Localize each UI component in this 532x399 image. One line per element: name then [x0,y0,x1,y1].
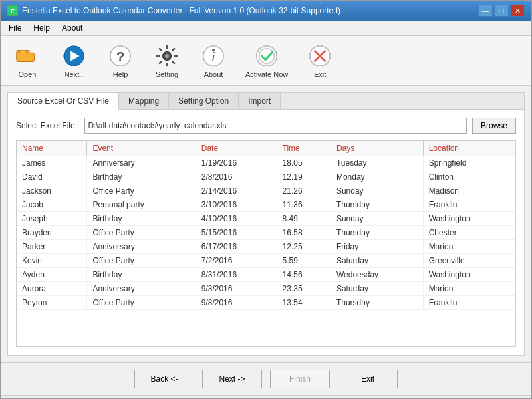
cell-0-3: 18.05 [277,156,331,170]
svg-text:?: ? [116,49,125,64]
cell-2-1: Office Party [87,184,196,198]
toolbar: Open Next.. ? Help [1,36,531,86]
col-date: Date [196,141,277,156]
bottom-bar: Back <- Next -> Finish Exit [1,362,531,395]
main-window: E Enstella Excel to Outlook Calendar Con… [0,0,532,399]
next-button[interactable]: Next -> [202,370,262,388]
cell-7-4: Saturday [331,254,423,268]
table-row: JacobPersonal party3/10/201611.36Thursda… [17,198,515,212]
cell-1-5: Clinton [423,170,515,184]
toolbar-help-button[interactable]: ? Help [100,40,140,81]
activate-icon [253,43,280,69]
cell-0-2: 1/19/2016 [196,156,277,170]
menu-bar: File Help About [1,21,531,36]
cell-8-3: 14.56 [277,268,331,282]
svg-line-15 [159,48,162,51]
tab-setting-option[interactable]: Setting Option [169,93,239,109]
toolbar-open-button[interactable]: Open [7,40,47,81]
cell-9-2: 9/3/2016 [196,282,277,296]
back-button[interactable]: Back <- [134,370,194,388]
toolbar-exit-button[interactable]: Exit [300,40,340,81]
col-location: Location [423,141,515,156]
col-name: Name [17,141,87,156]
activate-label: Activate Now [245,70,288,78]
tab-mapping[interactable]: Mapping [119,93,169,109]
toolbar-activate-button[interactable]: Activate Now [240,40,293,81]
table-row: JacksonOffice Party2/14/201621.26SundayM… [17,184,515,198]
setting-label: Setting [156,70,178,78]
cell-10-5: Franklin [423,296,515,310]
cell-3-5: Franklin [423,198,515,212]
table-row: ParkerAnniversary6/17/201612.25FridayMar… [17,240,515,254]
finish-button[interactable]: Finish [270,370,330,388]
maximize-button[interactable]: □ [494,5,509,17]
window-title: Enstella Excel to Outlook Calendar Conve… [22,6,340,15]
status-bar [1,395,531,398]
app-icon: E [7,5,18,16]
tab-import[interactable]: Import [239,93,281,109]
cell-3-0: Jacob [17,198,87,212]
cell-9-3: 23.35 [277,282,331,296]
about-icon: i [200,43,227,69]
table-scroll[interactable]: Name Event Date Time Days Location James… [17,141,515,346]
cell-9-0: Aurora [17,282,87,296]
cell-2-5: Madison [423,184,515,198]
title-controls: — □ ✕ [478,5,525,17]
minimize-button[interactable]: — [478,5,493,17]
file-path-input[interactable] [84,118,467,134]
toolbar-next-button[interactable]: Next.. [54,40,94,81]
cell-10-0: Peyton [17,296,87,310]
file-select-row: Select Excel File : Browse [16,118,516,134]
cell-4-4: Sunday [331,212,423,226]
table-row: BraydenOffice Party5/15/201616.58Thursda… [17,226,515,240]
open-icon [14,43,41,69]
table-row: JamesAnniversary1/19/201618.05TuesdaySpr… [17,156,515,170]
cell-6-5: Marion [423,240,515,254]
menu-help[interactable]: Help [28,22,55,34]
cell-9-4: Saturday [331,282,423,296]
cell-7-5: Greenville [423,254,515,268]
open-label: Open [19,70,37,78]
cell-2-2: 2/14/2016 [196,184,277,198]
cell-10-3: 13.54 [277,296,331,310]
cell-9-5: Marion [423,282,515,296]
help-icon: ? [107,43,134,69]
menu-file[interactable]: File [3,22,27,34]
col-days: Days [331,141,423,156]
about-label: About [204,70,223,78]
cell-1-1: Birthday [87,170,196,184]
cell-0-4: Tuesday [331,156,423,170]
toolbar-setting-button[interactable]: Setting [147,40,187,81]
cell-7-0: Kevin [17,254,87,268]
cell-7-2: 7/2/2016 [196,254,277,268]
cell-1-2: 2/8/2016 [196,170,277,184]
cell-2-3: 21.26 [277,184,331,198]
toolbar-about-button[interactable]: i About [194,40,233,81]
cell-2-4: Sunday [331,184,423,198]
table-row: JosephBirthday4/10/20168.49SundayWashing… [17,212,515,226]
menu-about[interactable]: About [57,22,88,34]
cell-4-0: Joseph [17,212,87,226]
cell-2-0: Jackson [17,184,87,198]
tab-source[interactable]: Source Excel Or CSV File [8,93,119,110]
table-header-row: Name Event Date Time Days Location [17,141,515,156]
cell-3-1: Personal party [87,198,196,212]
cell-6-2: 6/17/2016 [196,240,277,254]
table-row: AuroraAnniversary9/3/201623.35SaturdayMa… [17,282,515,296]
cell-6-3: 12.25 [277,240,331,254]
cell-10-4: Thursday [331,296,423,310]
browse-button[interactable]: Browse [472,118,516,134]
close-button[interactable]: ✕ [510,5,525,17]
help-label: Help [113,70,128,78]
cell-9-1: Anniversary [87,282,196,296]
svg-text:E: E [11,8,15,15]
svg-rect-3 [17,53,35,61]
title-bar-left: E Enstella Excel to Outlook Calendar Con… [7,5,340,16]
cell-3-3: 11.36 [277,198,331,212]
bottom-exit-button[interactable]: Exit [338,370,398,388]
svg-rect-4 [21,50,26,53]
tab-panel: Source Excel Or CSV File Mapping Setting… [7,92,525,356]
cell-5-3: 16.58 [277,226,331,240]
setting-icon [154,43,180,69]
cell-4-3: 8.49 [277,212,331,226]
